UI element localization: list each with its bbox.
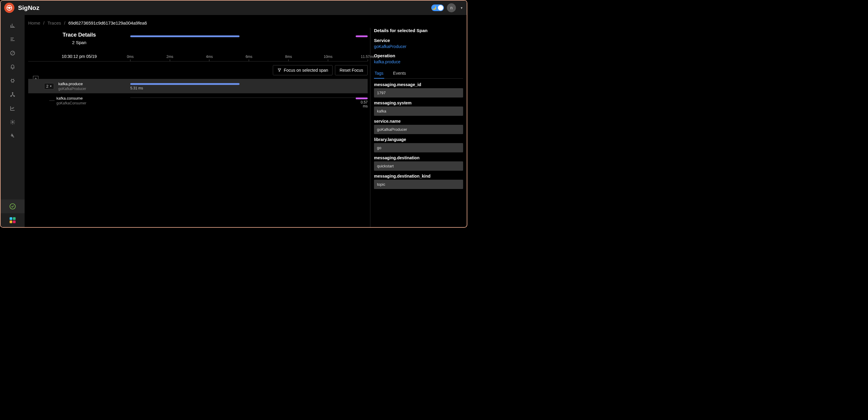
tag-list: messaging.message_id1797messaging.system… [374,82,463,189]
breadcrumb: Home / Traces / 69d62736591c9d6173e129a0… [28,21,463,26]
nav-usage[interactable] [1,101,25,115]
nav-exceptions[interactable] [1,74,25,88]
span-row[interactable]: kafka.consumegoKafkaConsumer0.57 ms [28,93,368,108]
tag-key: library.language [374,137,463,142]
crumb-home[interactable]: Home [28,21,40,26]
crumb-sep: / [64,21,65,26]
span-rows: + 2 ▼kafka.producegoKafkaProducer5.31 ms… [28,79,368,108]
overview-minimap[interactable] [130,32,368,44]
operation-label: Operation [374,53,463,58]
svg-point-8 [10,204,15,209]
tag-key: messaging.system [374,100,463,105]
span-child-count[interactable]: 2 ▼ [44,83,54,89]
service-link[interactable]: goKafkaProducer [374,44,463,49]
tick: 2ms [166,55,173,61]
chevron-down-icon[interactable]: ▼ [460,6,463,10]
theme-toggle[interactable]: 🌙 [431,4,444,11]
reset-focus-button[interactable]: Reset Focus [335,65,368,75]
nav-alerts[interactable] [1,60,25,74]
svg-point-7 [12,122,13,123]
span-service: goKafkaProducer [58,87,86,91]
filter-icon [277,68,282,72]
details-header: Details for selected Span [374,28,463,33]
tick: 0ms [127,55,134,61]
nav-slack[interactable] [1,213,25,227]
span-duration: 5.31 ms [130,86,143,90]
toggle-knob [438,5,443,10]
tag-value: go [374,143,463,152]
sidebar [1,15,25,227]
topbar-right: 🌙 n ▼ [431,3,463,12]
focus-span-button[interactable]: Focus on selected span [273,65,333,75]
nav-instrument[interactable] [1,129,25,143]
span-duration: 0.57 ms [356,100,368,108]
tick: 4ms [206,55,213,61]
tag-value: 1797 [374,88,463,97]
nav-dashboard[interactable] [1,46,25,60]
crumb-sep: / [43,21,44,26]
nav-settings[interactable] [1,115,25,129]
minimap-bar-consume [356,35,368,37]
tick: 6ms [246,55,252,61]
nav-traces[interactable] [1,32,25,46]
trace-title: Trace Details [28,32,130,38]
span-service: goKafkaConsumer [56,101,86,105]
slack-icon [10,217,16,223]
span-count: 2 Span [28,40,130,45]
nav-status[interactable] [1,199,25,213]
tick: 11.57ms [361,55,375,61]
nav-metrics[interactable] [1,19,25,32]
span-name: kafka.produce [58,82,86,86]
svg-point-4 [12,92,13,93]
operation-link[interactable]: kafka.produce [374,59,463,64]
topbar: SigNoz 🌙 n ▼ [1,1,467,15]
tick: 8ms [285,55,292,61]
crumb-traces[interactable]: Traces [48,21,61,26]
tick: 10ms [323,55,332,61]
tag-key: messaging.message_id [374,82,463,87]
tag-value: quickstart [374,161,463,171]
svg-point-3 [11,79,14,82]
trace-main: Trace Details 2 Span 10:30:12 pm 05/19 0… [28,28,370,227]
user-initial: n [450,5,453,10]
tab-tags[interactable]: Tags [374,68,384,78]
crumb-trace-id: 69d62736591c9d6173e129a004a9fea6 [68,21,147,26]
span-row[interactable]: 2 ▼kafka.producegoKafkaProducer5.31 ms [28,79,368,93]
svg-point-6 [14,96,15,97]
nav-service-map[interactable] [1,88,25,101]
tag-value: kafka [374,106,463,116]
details-tabs: Tags Events [374,68,463,78]
tab-events[interactable]: Events [393,68,407,78]
tag-key: messaging.destination [374,155,463,160]
span-bar [356,97,368,99]
minimap-bar-produce [130,35,240,37]
user-avatar[interactable]: n [447,3,456,12]
svg-point-5 [10,96,11,97]
span-bar [130,83,240,85]
span-details-panel: Details for selected Span Service goKafk… [370,28,463,227]
tag-key: service.name [374,119,463,124]
span-name: kafka.consume [56,96,86,100]
time-scale: 0ms2ms4ms6ms8ms10ms11.57ms [130,49,368,61]
logo-icon [4,3,14,13]
reset-label: Reset Focus [339,68,363,73]
brand: SigNoz [4,3,39,13]
tag-key: messaging.destination_kind [374,174,463,179]
tag-value: topic [374,180,463,189]
focus-label: Focus on selected span [284,68,328,73]
brand-name: SigNoz [18,4,39,11]
tag-value: goKafkaProducer [374,125,463,134]
trace-timestamp: 10:30:12 pm 05/19 [28,54,130,61]
main-content: Home / Traces / 69d62736591c9d6173e129a0… [25,15,467,227]
service-label: Service [374,38,463,43]
moon-icon: 🌙 [432,6,436,10]
